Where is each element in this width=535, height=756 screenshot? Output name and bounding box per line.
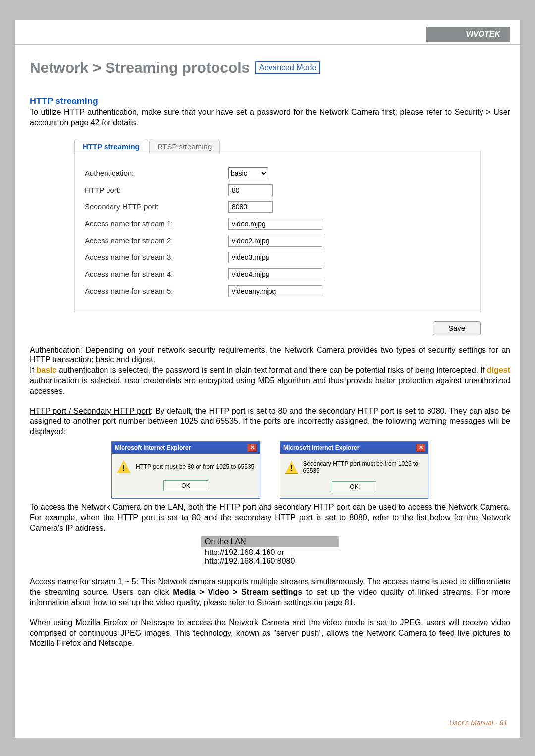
auth-label: Authentication: bbox=[85, 169, 228, 177]
firefox-paragraph: When using Mozilla Firefox or Netscape t… bbox=[30, 618, 510, 649]
warning-dialog-secondary-port: Microsoft Internet Explorer ✕ ! Secondar… bbox=[280, 441, 428, 499]
stream4-input[interactable] bbox=[228, 268, 322, 280]
lan-line2: http://192.168.4.160:8080 bbox=[205, 557, 335, 566]
authentication-select[interactable]: basic bbox=[228, 167, 268, 179]
stream3-input[interactable] bbox=[228, 252, 322, 263]
stream2-input[interactable] bbox=[228, 235, 322, 247]
ok-button[interactable]: OK bbox=[332, 481, 376, 492]
access-name-paragraph: Access name for stream 1 ~ 5: This Netwo… bbox=[30, 577, 510, 607]
ok-button[interactable]: OK bbox=[163, 480, 208, 491]
dialog-message: Secondary HTTP port must be from 1025 to… bbox=[303, 460, 423, 474]
lan-line1: http://192.168.4.160 or bbox=[205, 548, 335, 557]
stream2-label: Access name for stream 2: bbox=[85, 236, 228, 245]
tab-http-streaming[interactable]: HTTP streaming bbox=[74, 139, 148, 154]
stream3-label: Access name for stream 3: bbox=[85, 253, 228, 261]
stream4-label: Access name for stream 4: bbox=[85, 270, 228, 278]
dialog-message: HTTP port must be 80 or from 1025 to 655… bbox=[136, 463, 254, 470]
stream5-label: Access name for stream 5: bbox=[85, 287, 228, 295]
intro-paragraph: To utilize HTTP authentication, make sur… bbox=[30, 107, 510, 128]
lan-address-box: On the LAN http://192.168.4.160 or http:… bbox=[201, 536, 339, 567]
secondary-http-port-input[interactable] bbox=[228, 201, 273, 213]
stream5-input[interactable] bbox=[228, 285, 322, 297]
lan-paragraph: To access the Network Camera on the LAN,… bbox=[30, 503, 510, 533]
dialog-title: Microsoft Internet Explorer bbox=[283, 444, 359, 451]
brand-label: VIVOTEK bbox=[426, 27, 510, 42]
close-icon[interactable]: ✕ bbox=[416, 444, 425, 452]
lan-header: On the LAN bbox=[201, 536, 339, 547]
secondary-http-port-label: Secondary HTTP port: bbox=[85, 202, 228, 211]
dialog-title: Microsoft Internet Explorer bbox=[115, 444, 191, 451]
footer-page-label: User's Manual - 61 bbox=[449, 719, 507, 727]
port-paragraph: HTTP port / Secondary HTTP port: By defa… bbox=[30, 406, 510, 437]
authentication-paragraph: Authentication: Depending on your networ… bbox=[30, 345, 510, 397]
warning-dialog-http-port: Microsoft Internet Explorer ✕ ! HTTP por… bbox=[111, 441, 260, 499]
http-streaming-heading: HTTP streaming bbox=[30, 96, 510, 106]
http-port-label: HTTP port: bbox=[85, 186, 228, 194]
stream1-label: Access name for stream 1: bbox=[85, 219, 228, 228]
advanced-mode-badge: Advanced Mode bbox=[255, 61, 321, 74]
http-port-input[interactable] bbox=[228, 184, 273, 196]
warning-icon: ! bbox=[285, 461, 298, 474]
page-title: Network > Streaming protocols bbox=[30, 59, 250, 76]
http-streaming-panel: HTTP streaming RTSP streaming Authentica… bbox=[74, 150, 481, 312]
save-button[interactable]: Save bbox=[433, 321, 481, 335]
warning-icon: ! bbox=[117, 460, 131, 473]
stream1-input[interactable] bbox=[228, 218, 322, 230]
close-icon[interactable]: ✕ bbox=[248, 444, 257, 452]
tab-rtsp-streaming[interactable]: RTSP streaming bbox=[149, 139, 220, 154]
